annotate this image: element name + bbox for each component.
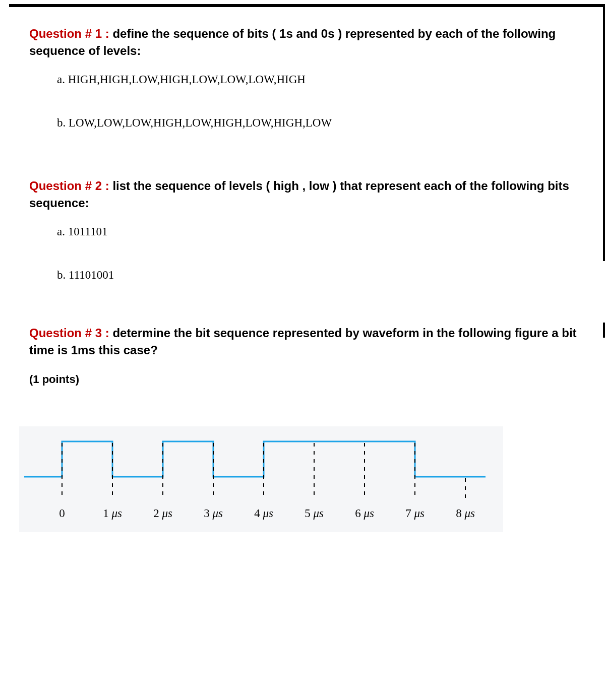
question-1-item-a-value: HIGH,HIGH,LOW,HIGH,LOW,LOW,LOW,HIGH (68, 73, 306, 86)
axis-labels: 01 μs2 μs3 μs4 μs5 μs6 μs7 μs8 μs (19, 507, 503, 522)
question-1-item-b-label: b. (57, 116, 69, 129)
question-1-item-b-value: LOW,LOW,LOW,HIGH,LOW,HIGH,LOW,HIGH,LOW (69, 116, 332, 129)
waveform-figure: 01 μs2 μs3 μs4 μs5 μs6 μs7 μs8 μs (19, 426, 503, 532)
question-1-label: Question # 1 : (29, 27, 112, 40)
waveform-line (24, 441, 486, 477)
question-2-item-a-value: 1011101 (68, 225, 108, 238)
question-1-item-b: b. LOW,LOW,LOW,HIGH,LOW,HIGH,LOW,HIGH,LO… (57, 116, 600, 130)
question-2-section: Question # 2 : list the sequence of leve… (29, 177, 600, 282)
question-3-section: Question # 3 : determine the bit sequenc… (29, 325, 600, 532)
question-3-header: Question # 3 : determine the bit sequenc… (29, 325, 600, 358)
question-2-label: Question # 2 : (29, 179, 112, 193)
axis-tick-label: 2 μs (153, 507, 172, 520)
question-2-header: Question # 2 : list the sequence of leve… (29, 177, 600, 211)
question-2-items: a. 1011101 b. 11101001 (57, 225, 600, 282)
axis-tick-label: 7 μs (405, 507, 425, 520)
axis-tick-label: 0 (59, 507, 65, 520)
axis-tick-label: 5 μs (305, 507, 324, 520)
page-content: Question # 1 : define the sequence of bi… (0, 0, 605, 532)
axis-tick-label: 3 μs (204, 507, 223, 520)
axis-tick-label: 6 μs (355, 507, 374, 520)
question-1-header: Question # 1 : define the sequence of bi… (29, 25, 600, 59)
axis-tick-label: 8 μs (456, 507, 475, 520)
question-3-label: Question # 3 : (29, 326, 112, 340)
axis-tick-label: 4 μs (254, 507, 273, 520)
question-2-item-a: a. 1011101 (57, 225, 600, 238)
question-2-item-b: b. 11101001 (57, 269, 600, 282)
question-1-item-a: a. HIGH,HIGH,LOW,HIGH,LOW,LOW,LOW,HIGH (57, 73, 600, 86)
question-2-item-b-label: b. (57, 269, 69, 281)
question-3-points: (1 points) (29, 373, 600, 386)
question-2-item-b-value: 11101001 (69, 269, 114, 281)
question-2-item-a-label: a. (57, 225, 68, 238)
question-1-items: a. HIGH,HIGH,LOW,HIGH,LOW,LOW,LOW,HIGH b… (57, 73, 600, 130)
axis-tick-label: 1 μs (103, 507, 122, 520)
question-1-item-a-label: a. (57, 73, 68, 86)
